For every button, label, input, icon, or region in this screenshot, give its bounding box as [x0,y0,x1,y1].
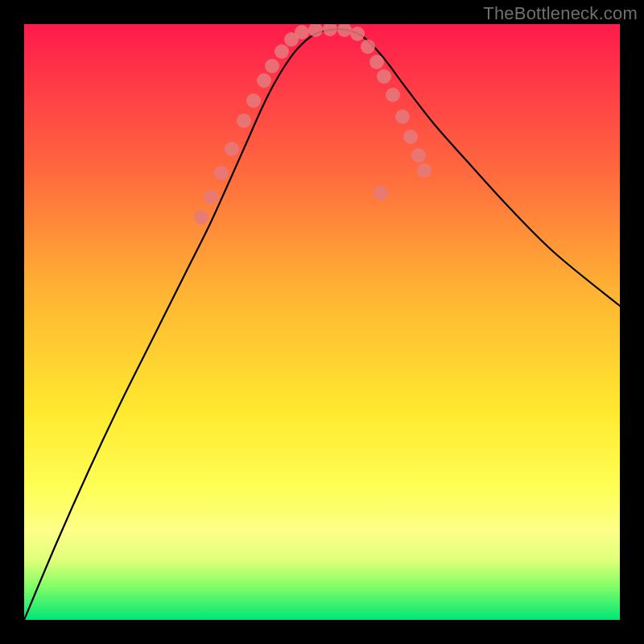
curve-marker [337,24,352,37]
curve-marker [350,27,365,41]
curve-marker [374,186,388,200]
curve-marker [411,148,426,163]
plot-area [24,24,620,620]
chart-frame: TheBottleneck.com [0,0,644,644]
curve-marker [308,24,323,37]
curve-marker [225,142,239,156]
bottleneck-curve [24,29,620,620]
curve-marker [295,25,309,39]
curve-marker [417,163,431,178]
curve-marker [257,73,271,88]
curve-marker [323,24,337,36]
curve-marker [237,114,251,128]
curve-marker [204,190,218,204]
curve-marker [194,210,208,225]
chart-svg [24,24,620,620]
curve-marker [403,130,418,144]
watermark-text: TheBottleneck.com [483,3,638,24]
curve-marker [265,59,279,73]
curve-marker [386,88,400,102]
curve-marker [395,109,410,124]
curve-marker [246,93,261,108]
curve-markers [194,24,431,225]
curve-marker [377,69,391,84]
curve-marker [361,39,375,54]
curve-marker [275,44,289,59]
curve-marker [214,166,229,180]
curve-marker [369,55,384,69]
